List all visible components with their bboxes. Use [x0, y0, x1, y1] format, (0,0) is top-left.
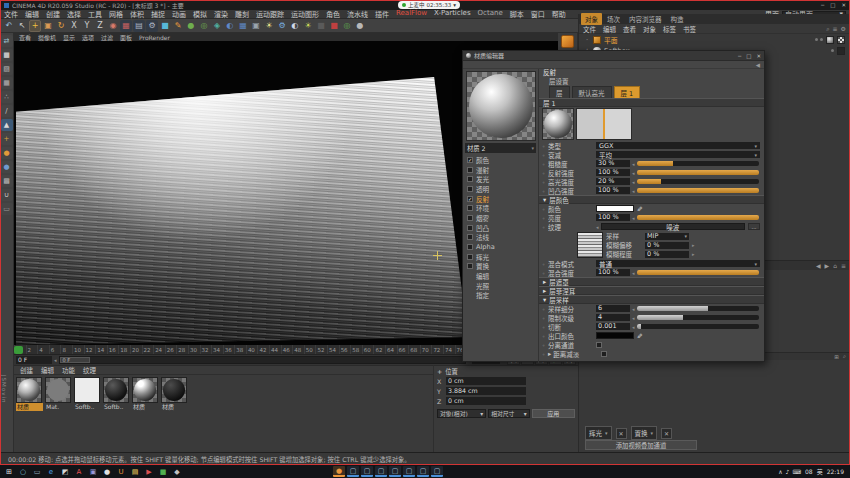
render-settings-icon[interactable]: ⚙ — [146, 20, 158, 32]
live-selection-icon[interactable]: ↖ — [16, 20, 28, 32]
channel-环境[interactable]: 环境 — [463, 203, 538, 213]
polygons-mode-icon[interactable]: ▲ — [1, 119, 13, 131]
menubar-item[interactable]: 渲染 — [214, 9, 228, 19]
menubar-item[interactable]: 流水线 — [347, 9, 368, 19]
minimize-button[interactable]: ─ — [738, 53, 741, 59]
channel-光照[interactable]: 光照 — [463, 281, 538, 291]
channel-checkbox[interactable] — [467, 244, 473, 250]
attribute-strip-icon[interactable]: ⊞ — [834, 354, 839, 360]
menubar-item[interactable]: X-Particles — [434, 9, 470, 19]
object-label[interactable]: 平面 — [604, 35, 618, 45]
panel-icon[interactable]: ⌕ — [826, 25, 829, 33]
brightness-slider[interactable] — [637, 215, 759, 220]
menubar-item[interactable]: 创建 — [46, 9, 60, 19]
render-region-icon[interactable]: ▤ — [133, 20, 145, 32]
menubar-item[interactable]: 插件 — [375, 9, 389, 19]
app-icon[interactable]: ▶ — [143, 466, 155, 477]
app-icon[interactable]: U — [115, 466, 127, 477]
section-closed-icon[interactable]: ▸ — [548, 350, 551, 358]
material-editor-titlebar[interactable]: 材质编辑器 ─ □ ✕ — [463, 51, 764, 61]
move-tool-icon[interactable]: + — [29, 20, 41, 32]
param-slider[interactable] — [637, 306, 759, 311]
apply-button[interactable]: 应用 — [532, 409, 575, 418]
window-icon[interactable]: ▢ — [347, 466, 359, 477]
mix-strength-slider[interactable] — [637, 270, 759, 275]
channel-颜色[interactable]: ✓颜色 — [463, 155, 538, 165]
spin-left-icon[interactable]: ◂ — [54, 357, 57, 363]
clock[interactable]: 22:19 — [827, 468, 844, 475]
tray-icon[interactable]: ⌨ — [792, 468, 801, 475]
torus-icon[interactable]: ◎ — [341, 20, 353, 32]
layer-preview[interactable] — [542, 108, 574, 140]
window-icon[interactable]: ▢ — [361, 466, 373, 477]
effect-chip[interactable]: 置换▾ — [631, 426, 658, 440]
visibility-dot[interactable] — [815, 38, 818, 41]
viewport-menu-item[interactable]: 查看 — [19, 33, 31, 42]
texture-browse-button[interactable]: ... — [748, 223, 760, 230]
param-slider[interactable] — [637, 188, 759, 193]
channel-checkbox[interactable] — [467, 176, 473, 182]
tray-icon[interactable]: ∧ — [778, 468, 782, 475]
workplane-mode-icon[interactable]: ▦ — [1, 77, 13, 89]
workplane-lock-icon[interactable]: ▭ — [1, 203, 13, 215]
param-value[interactable]: 6 — [596, 305, 630, 312]
menubar-item[interactable]: 捕捉 — [151, 9, 165, 19]
mograph-icon[interactable]: ◎ — [198, 20, 210, 32]
menubar-item[interactable]: 网格 — [109, 9, 123, 19]
color-swatch[interactable] — [596, 205, 634, 212]
param-value[interactable]: 0.001 — [596, 323, 630, 330]
position-Z-field[interactable]: 0 cm — [446, 397, 526, 405]
material-manager-menu-item[interactable]: 纹理 — [83, 365, 96, 375]
scrubber-handle[interactable]: 0 F — [60, 357, 90, 363]
deformer-icon[interactable]: ◈ — [211, 20, 223, 32]
start-button[interactable]: ⊞ — [3, 466, 15, 477]
window-icon[interactable]: ▢ — [389, 466, 401, 477]
tray-icon[interactable]: ♪ — [786, 468, 790, 475]
object-manager-menu-item[interactable]: 文件 — [583, 24, 596, 34]
points-mode-icon[interactable]: ∴ — [1, 91, 13, 103]
current-frame-field[interactable]: 0 F — [16, 356, 52, 364]
channel-checkbox[interactable]: ✓ — [467, 157, 473, 163]
app-icon[interactable]: ▣ — [87, 466, 99, 477]
param-slider[interactable] — [637, 170, 759, 175]
preview-options-icon[interactable]: ▾ — [531, 145, 534, 151]
light-icon[interactable]: ☀ — [263, 20, 275, 32]
solo-mode-icon[interactable]: ● — [1, 161, 13, 173]
panel-icon[interactable]: ≡ — [833, 25, 838, 33]
uvw-tag-icon[interactable] — [837, 36, 845, 44]
window-icon[interactable]: ▢ — [375, 466, 387, 477]
channel-checkbox[interactable]: ✓ — [467, 196, 473, 202]
channel-发光[interactable]: 发光 — [463, 174, 538, 184]
window-icon[interactable]: ▢ — [403, 466, 415, 477]
tray-badge[interactable]: 08 — [805, 468, 813, 475]
menubar-item[interactable]: 文件 — [4, 9, 18, 19]
anisotropy-preview[interactable] — [576, 108, 632, 140]
menubar-item[interactable]: 工具 — [88, 9, 102, 19]
viewport-menu-item[interactable]: 过滤 — [101, 33, 113, 42]
display-box-icon[interactable]: ■ — [315, 20, 327, 32]
undo-icon[interactable]: ↶ — [3, 20, 15, 32]
sun-icon[interactable]: ☀ — [302, 20, 314, 32]
channel-指定[interactable]: 指定 — [463, 291, 538, 301]
chevron-down-icon[interactable]: ▾ — [453, 2, 456, 8]
remove-effect-button[interactable]: ✕ — [616, 428, 627, 439]
close-button[interactable]: ✕ — [841, 2, 846, 8]
sphere-icon[interactable]: ● — [354, 20, 366, 32]
viewport-menu-item[interactable]: ProRender — [139, 34, 170, 41]
app-icon[interactable]: ● — [101, 466, 113, 477]
eyedropper-icon[interactable]: ✎ — [635, 333, 643, 339]
expand-dot[interactable]: · — [584, 36, 590, 44]
model-mode-icon[interactable]: ■ — [1, 49, 13, 61]
menubar-item[interactable]: Octane — [478, 9, 503, 19]
primitive-cube-icon[interactable]: ■ — [159, 20, 171, 32]
app-icon[interactable]: e — [45, 466, 57, 477]
viewport-menu-item[interactable]: 摄像机 — [38, 33, 56, 42]
param-select-类型[interactable]: GGX▾ — [596, 142, 760, 149]
exit-color-swatch[interactable] — [596, 332, 634, 339]
menubar-item[interactable]: 编辑 — [25, 9, 39, 19]
menubar-item[interactable]: 选择 — [67, 9, 81, 19]
mix-strength-value[interactable]: 100 % — [596, 269, 630, 276]
texture-shader-button[interactable]: 噪波 — [601, 223, 745, 230]
viewport-menu-item[interactable]: 面板 — [120, 33, 132, 42]
attribute-toolbar-icon[interactable]: ⌂ — [833, 262, 837, 269]
